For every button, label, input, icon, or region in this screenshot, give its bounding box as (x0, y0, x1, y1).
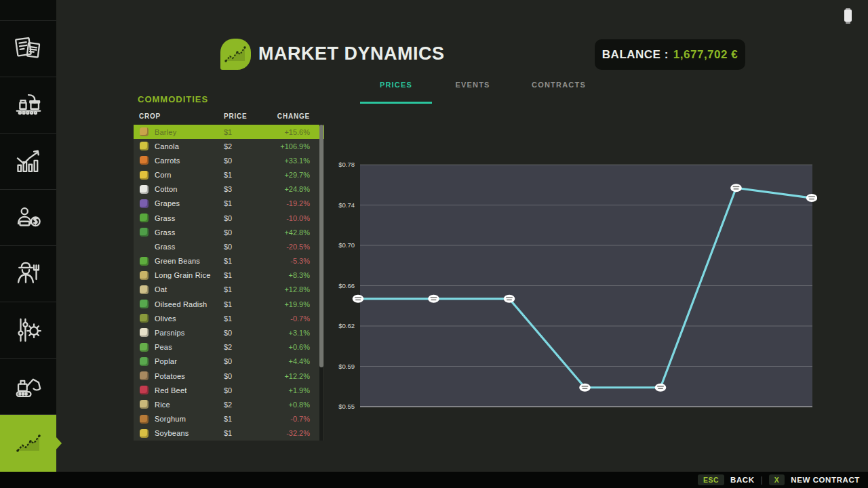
sidebar-item-workers[interactable] (0, 246, 56, 302)
sidebar-item-top-partial[interactable] (0, 0, 56, 21)
commodity-row[interactable]: Grass$0-10.0% (134, 211, 324, 225)
sidebar (0, 0, 56, 472)
x-key-badge[interactable]: X (769, 474, 785, 485)
olives-icon (140, 314, 149, 323)
balance-value: 1,677,702 € (673, 48, 738, 62)
crop-name: Grass (155, 214, 175, 222)
commodity-row[interactable]: Red Beet$0+1.9% (134, 383, 324, 397)
crop-price: $1 (224, 128, 232, 136)
column-header-price: PRICE (224, 113, 248, 120)
sidebar-item-finances[interactable] (0, 190, 56, 246)
crop-change: +29.7% (284, 171, 310, 179)
sidebar-item-statistics[interactable] (0, 134, 56, 190)
excavator-icon (13, 371, 44, 402)
rice-icon (140, 400, 149, 409)
commodity-row[interactable]: Poplar$0+4.4% (134, 354, 324, 369)
crop-change: +19.9% (284, 300, 310, 308)
y-axis-tick-label: $0.70 (338, 241, 355, 249)
commodity-row[interactable]: Carrots$0+33.1% (134, 153, 324, 167)
crop-change: +15.6% (284, 128, 310, 136)
crop-price: $1 (224, 300, 232, 308)
crop-name: Rice (155, 401, 170, 409)
commodity-list-scrollbar[interactable] (319, 125, 323, 441)
commodity-row[interactable]: Grass$0-20.5% (134, 239, 324, 253)
farmer-icon (13, 258, 44, 289)
crop-change: +33.1% (284, 157, 310, 165)
crop-price: $1 (224, 257, 232, 265)
crop-name: Canola (155, 142, 179, 150)
commodity-row[interactable]: Potatoes$0+12.2% (134, 369, 324, 383)
crop-price: $0 (224, 214, 232, 222)
crop-change: +42.8% (284, 228, 310, 237)
tab-events[interactable]: EVENTS (455, 81, 490, 89)
sidebar-item-construction[interactable] (0, 359, 56, 415)
tab-contracts[interactable]: CONTRACTS (532, 81, 586, 89)
new-contract-button[interactable]: NEW CONTRACT (791, 476, 860, 484)
parsnip-icon (140, 328, 149, 337)
column-header-change: CHANGE (277, 113, 310, 120)
commodity-row[interactable]: Cotton$3+24.8% (134, 182, 324, 197)
crop-name: Red Beet (155, 386, 186, 394)
commodity-row[interactable]: Peas$2+0.6% (134, 340, 324, 354)
crop-price: $1 (224, 271, 232, 279)
scrollbar-thumb[interactable] (319, 125, 323, 367)
commodity-row[interactable]: Oilseed Radish$1+19.9% (134, 297, 324, 311)
data-point-marker (504, 295, 515, 303)
grass-icon (140, 214, 149, 222)
commodity-row[interactable]: Soybeans$1-32.2% (134, 426, 324, 441)
soybeans-icon (140, 429, 149, 438)
sidebar-item-contracts[interactable] (0, 21, 56, 77)
crop-price: $0 (224, 157, 232, 165)
crop-change: +106.9% (280, 142, 310, 150)
crop-price: $0 (224, 372, 232, 380)
crop-name: Corn (155, 171, 172, 179)
potato-icon (140, 371, 149, 380)
carrot-icon (140, 156, 149, 165)
crop-price: $1 (224, 199, 232, 207)
settings-icon (13, 314, 44, 346)
commodity-row[interactable]: Rice$2+0.8% (134, 397, 324, 411)
crop-change: -10.0% (286, 214, 310, 222)
sidebar-item-production[interactable] (0, 77, 56, 134)
crop-price: $1 (224, 429, 232, 437)
balance-label: BALANCE : (602, 48, 669, 62)
commodity-row[interactable]: Oat$1+12.8% (134, 283, 324, 297)
commodity-row[interactable]: Green Beans$1-5.3% (134, 254, 324, 268)
sidebar-item-market-dynamics[interactable] (0, 415, 56, 472)
crop-price: $2 (224, 343, 232, 351)
crop-price: $0 (224, 357, 232, 365)
commodity-row[interactable]: Canola$2+106.9% (134, 139, 324, 153)
crop-change: +3.1% (289, 329, 311, 337)
sidebar-item-settings[interactable] (0, 302, 56, 359)
oat-icon (140, 285, 149, 294)
commodity-row[interactable]: Parsnips$0+3.1% (134, 325, 324, 340)
commodity-row[interactable]: Grapes$1-19.2% (134, 197, 324, 211)
price-chart: $0.78$0.74$0.70$0.66$0.62$0.59$0.55 (332, 158, 817, 415)
column-header-crop: CROP (139, 113, 161, 120)
commodities-section-title: COMMODITIES (138, 94, 208, 104)
market-icon (13, 430, 44, 456)
data-point-marker (579, 384, 591, 392)
crop-price: $1 (224, 314, 232, 323)
crop-name: Peas (155, 343, 172, 351)
commodity-row[interactable]: Grass$0+42.8% (134, 225, 324, 239)
crop-price: $0 (224, 386, 232, 394)
crop-price: $0 (224, 243, 232, 251)
crop-name: Oat (155, 285, 167, 293)
commodity-row[interactable]: Corn$1+29.7% (134, 168, 324, 182)
commodity-row[interactable]: Sorghum$1-0.7% (134, 411, 324, 426)
commodity-row[interactable]: Long Grain Rice$1+8.3% (134, 268, 324, 283)
esc-key-badge[interactable]: ESC (698, 474, 724, 485)
commodity-row[interactable]: Olives$1-0.7% (134, 311, 324, 325)
crop-change: +0.8% (289, 401, 311, 409)
barley-icon (140, 127, 149, 136)
tab-prices[interactable]: PRICES (380, 81, 412, 89)
commodity-row[interactable]: Barley$1+15.6% (134, 125, 324, 139)
y-axis-tick-label: $0.74 (338, 201, 355, 209)
back-button[interactable]: BACK (730, 476, 755, 484)
crop-name: Carrots (155, 157, 180, 165)
crop-change: +1.9% (289, 386, 311, 394)
crop-name: Grass (155, 243, 175, 251)
footer-bar: ESC BACK | X NEW CONTRACT (0, 472, 868, 488)
y-axis-tick-label: $0.59 (338, 363, 355, 370)
